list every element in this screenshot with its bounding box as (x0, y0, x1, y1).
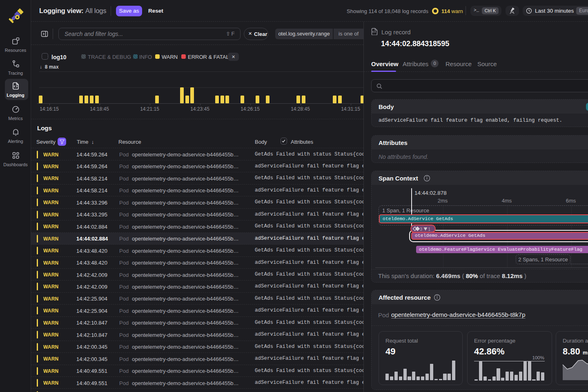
svg-text:3: 3 (420, 227, 423, 231)
svg-text:1: 1 (428, 227, 431, 231)
